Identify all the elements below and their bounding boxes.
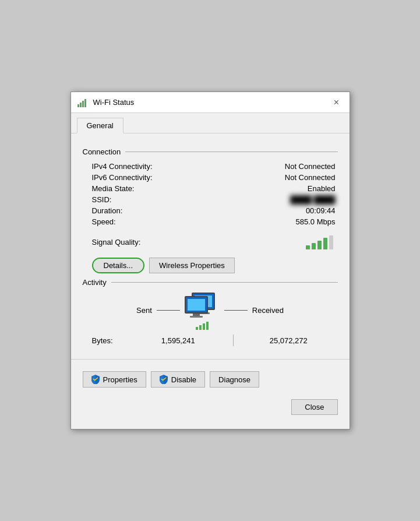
properties-button[interactable]: Properties <box>83 371 146 388</box>
bytes-sent-value: 1,595,241 <box>129 336 228 345</box>
wifi-status-window: Wi-Fi Status × General Connection IPv4 C… <box>70 91 350 430</box>
details-button-row: Details... Wireless Properties <box>92 258 338 273</box>
table-row: Duration: 00:09:44 <box>83 205 338 216</box>
signal-bar-2 <box>312 243 316 249</box>
connection-divider <box>125 152 337 152</box>
tab-bar: General <box>71 113 350 133</box>
details-button[interactable]: Details... <box>92 258 145 273</box>
activity-label: Activity <box>83 278 107 287</box>
bytes-label: Bytes: <box>83 336 129 345</box>
sent-line <box>157 310 180 311</box>
ipv4-value: Not Connected <box>220 161 338 172</box>
title-bar: Wi-Fi Status × <box>71 92 350 113</box>
table-row: SSID: ████ ████ <box>83 194 338 205</box>
signal-bars <box>306 234 333 249</box>
media-state-label: Media State: <box>83 183 220 194</box>
disable-label: Disable <box>171 375 196 384</box>
duration-value: 00:09:44 <box>220 205 338 216</box>
bytes-divider <box>233 335 234 346</box>
signal-bar-1 <box>306 245 310 249</box>
activity-visual: Sent <box>83 293 338 328</box>
bytes-row: Bytes: 1,595,241 25,072,272 <box>83 335 338 346</box>
bottom-divider <box>71 359 350 360</box>
signal-bar-5 <box>329 235 333 249</box>
activity-header: Activity <box>83 278 338 287</box>
diagnose-button[interactable]: Diagnose <box>210 371 259 388</box>
ipv4-label: IPv4 Connectivity: <box>83 161 220 172</box>
window-title: Wi-Fi Status <box>93 98 330 107</box>
activity-section: Activity Sent <box>83 278 338 346</box>
signal-bar-4 <box>323 238 327 249</box>
close-row: Close <box>71 396 350 421</box>
signal-quality-label: Signal Quality: <box>92 238 306 247</box>
wifi-icon <box>77 97 89 108</box>
shield-icon-disable <box>160 375 168 384</box>
ssid-label: SSID: <box>83 194 220 205</box>
content-area: Connection IPv4 Connectivity: Not Connec… <box>71 133 350 355</box>
ipv6-label: IPv6 Connectivity: <box>83 172 220 183</box>
shield-icon <box>91 375 100 384</box>
connection-header: Connection <box>83 147 338 156</box>
svg-rect-1 <box>80 103 82 107</box>
table-row: Speed: 585.0 Mbps <box>83 216 338 227</box>
connection-label: Connection <box>83 147 121 156</box>
bytes-received-value: 25,072,272 <box>239 336 338 345</box>
svg-rect-0 <box>77 104 79 107</box>
received-line <box>224 310 248 311</box>
tab-general[interactable]: General <box>77 118 123 133</box>
received-label: Received <box>252 306 284 315</box>
close-window-button[interactable]: × <box>330 96 344 110</box>
sent-label: Sent <box>136 306 152 315</box>
diagnose-label: Diagnose <box>218 375 250 384</box>
activity-divider <box>111 282 338 283</box>
duration-label: Duration: <box>83 205 220 216</box>
svg-rect-3 <box>84 99 86 107</box>
close-button[interactable]: Close <box>291 399 337 415</box>
properties-label: Properties <box>103 375 137 384</box>
speed-value: 585.0 Mbps <box>220 216 338 227</box>
speed-label: Speed: <box>83 216 220 227</box>
connection-table: IPv4 Connectivity: Not Connected IPv6 Co… <box>83 161 338 227</box>
disable-button[interactable]: Disable <box>151 371 205 388</box>
table-row: Media State: Enabled <box>83 183 338 194</box>
ipv6-value: Not Connected <box>220 172 338 183</box>
signal-bar-3 <box>317 241 322 249</box>
network-computer-icon <box>185 293 220 328</box>
media-state-value: Enabled <box>220 183 338 194</box>
bottom-buttons-row: Properties Disable Diagnose <box>71 363 350 396</box>
svg-rect-2 <box>82 101 84 107</box>
wireless-properties-button[interactable]: Wireless Properties <box>149 258 235 273</box>
table-row: IPv6 Connectivity: Not Connected <box>83 172 338 183</box>
signal-quality-row: Signal Quality: <box>83 233 338 251</box>
ssid-value: ████ ████ <box>220 194 338 205</box>
table-row: IPv4 Connectivity: Not Connected <box>83 161 338 172</box>
ssid-blurred-value: ████ ████ <box>290 195 335 204</box>
